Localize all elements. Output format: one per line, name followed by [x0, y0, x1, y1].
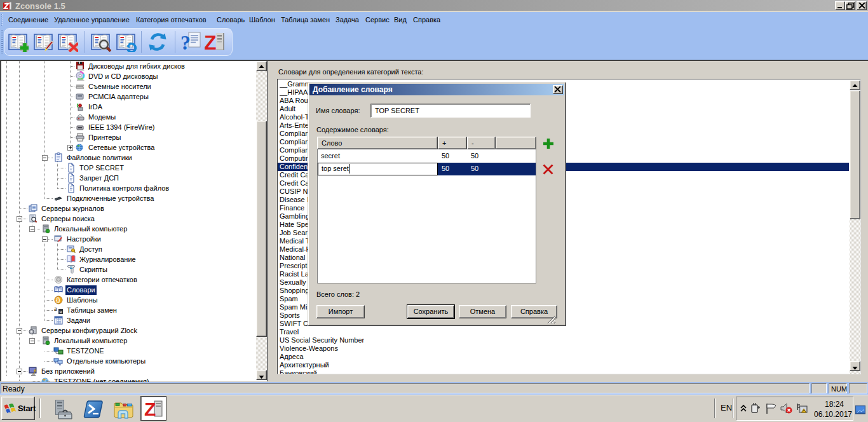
svg-text:?: ?: [180, 32, 191, 52]
svg-text:Z: Z: [144, 399, 156, 418]
svg-text:я: я: [60, 310, 62, 314]
svg-text:Z: Z: [205, 32, 217, 52]
svg-text:{): {): [56, 297, 60, 303]
svg-text:a: a: [54, 305, 57, 312]
